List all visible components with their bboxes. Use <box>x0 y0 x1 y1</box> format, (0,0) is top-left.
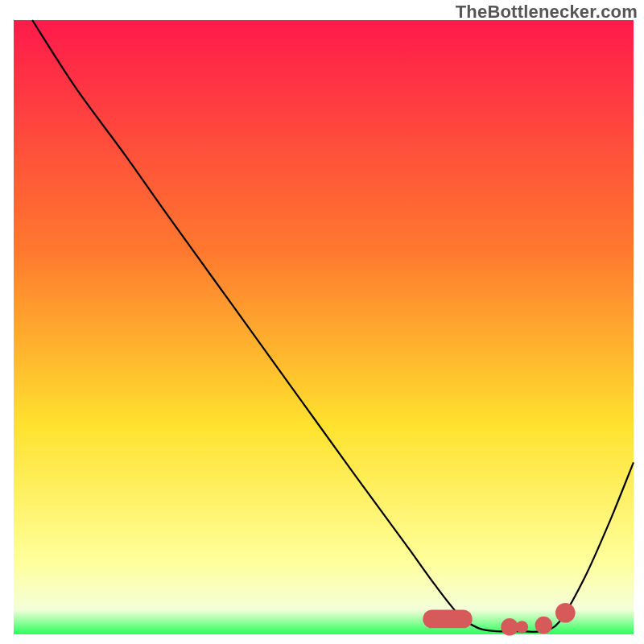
marker-dot <box>555 603 576 623</box>
marker-bar <box>423 609 473 628</box>
chart-stage: TheBottlenecker.com <box>0 0 644 644</box>
marker-dot <box>535 617 553 634</box>
marker-dot <box>501 618 518 636</box>
bottleneck-chart <box>0 0 644 644</box>
marker-dot <box>516 621 528 633</box>
plot-background <box>14 20 634 634</box>
